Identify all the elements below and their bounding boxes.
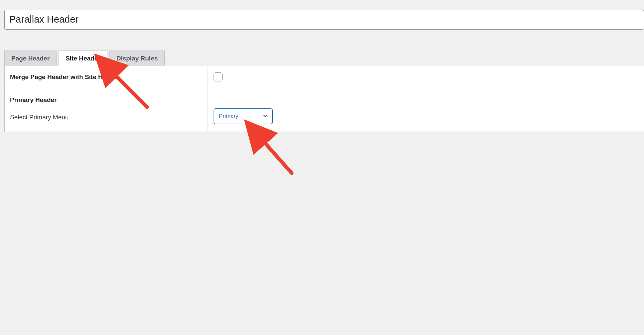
primary-menu-select[interactable]: Primary (214, 108, 273, 124)
annotation-arrow-to-select (260, 138, 292, 173)
merge-label: Merge Page Header with Site Header (10, 73, 119, 80)
tab-page-header[interactable]: Page Header (4, 51, 57, 66)
primary-menu-select-wrap: Primary (214, 108, 273, 124)
merge-checkbox[interactable] (214, 72, 223, 81)
merge-row: Merge Page Header with Site Header (5, 66, 644, 89)
primary-header-heading: Primary Header (10, 96, 202, 104)
tab-display-rules[interactable]: Display Rules (109, 51, 165, 66)
tab-bar: Page Header Site Header Display Rules (4, 50, 644, 66)
title-input[interactable] (4, 10, 644, 30)
tab-site-header[interactable]: Site Header (59, 51, 107, 66)
primary-header-row: Primary Header Select Primary Menu Prima… (5, 89, 644, 132)
select-primary-menu-label: Select Primary Menu (10, 114, 202, 121)
site-header-settings-table: Merge Page Header with Site Header Prima… (4, 66, 644, 132)
